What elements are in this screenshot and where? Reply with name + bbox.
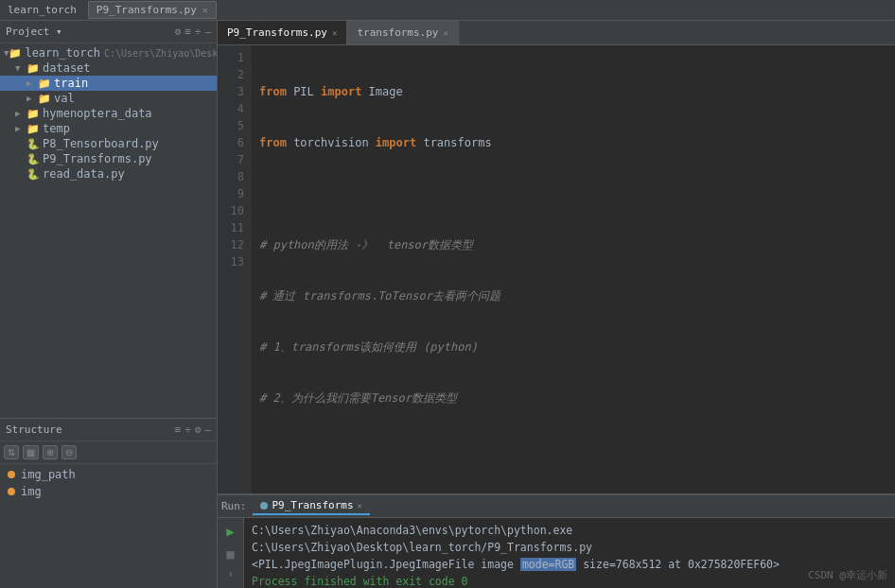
sidebar: Project ▾ ⚙ ≡ ÷ — ▼ 📁 learn_torch C:\Use… (0, 21, 218, 588)
run-output: C:\Users\Zhiyao\Anaconda3\envs\pytorch\p… (244, 518, 895, 588)
run-tab-close[interactable]: ✕ (358, 501, 362, 510)
run-cmd-line: C:\Users\Zhiyao\Anaconda3\envs\pytorch\p… (252, 522, 887, 556)
tree-path-root: C:\Users\Zhiyao\Desktop\learn_torch (104, 48, 217, 59)
line-8 (259, 441, 887, 458)
project-tree: ▼ 📁 learn_torch C:\Users\Zhiyao\Desktop\… (0, 43, 217, 418)
run-play-btn[interactable]: ▶ (224, 522, 236, 541)
line-3 (259, 185, 887, 202)
run-success-line: Process finished with exit code 0 (252, 573, 887, 588)
run-tab-label: P9_Transforms (272, 499, 354, 511)
struct-dot-imgpath (8, 471, 15, 478)
struct-dot-img (8, 488, 15, 495)
tree-label-root: learn_torch (25, 46, 99, 60)
filter-btn[interactable]: ▦ (23, 445, 39, 459)
tree-item-read[interactable]: 🐍 read_data.py (0, 166, 217, 182)
folder-icon-root: 📁 (9, 47, 22, 60)
tree-label-read: read_data.py (43, 167, 125, 181)
structure-settings-icon[interactable]: ⚙ (195, 424, 202, 436)
collapse-struct-btn[interactable]: ⊖ (61, 445, 77, 459)
tree-arrow-temp: ▶ (15, 124, 26, 133)
tree-label-train: train (54, 77, 88, 90)
run-tabs: Run: P9_Transforms ✕ (218, 495, 895, 518)
tree-label-dataset: dataset (43, 61, 91, 75)
structure-tree: img_path img (0, 464, 217, 588)
project-panel-label[interactable]: Project ▾ (6, 26, 62, 38)
tree-arrow-train: ▶ (26, 78, 38, 88)
tree-label-p9: P9_Transforms.py (43, 152, 152, 165)
tree-arrow-hymenoptera: ▶ (15, 109, 26, 118)
editor-area: P9_Transforms.py ✕ transforms.py ✕ 1 2 3… (218, 21, 895, 588)
line-1: from PIL import Image (259, 83, 887, 100)
project-panel-icons: ⚙ ≡ ÷ — (175, 26, 212, 38)
folder-icon-temp: 📁 (26, 123, 40, 135)
struct-label-img: img (21, 485, 42, 498)
tree-item-train[interactable]: ▶ 📁 train (0, 76, 217, 91)
structure-icons: ≡ ÷ ⚙ — (175, 424, 212, 436)
app-title: learn_torch (8, 4, 77, 16)
tree-item-dataset[interactable]: ▼ 📁 dataset (0, 61, 217, 76)
split-icon[interactable]: ÷ (195, 26, 202, 38)
title-bar: learn_torch P9_Transforms.py ✕ (0, 0, 895, 21)
line-2: from torchvision import transforms (259, 134, 887, 151)
py-icon-p8: 🐍 (26, 138, 40, 150)
code-content[interactable]: from PIL import Image from torchvision i… (252, 45, 895, 493)
list-icon[interactable]: ≡ (184, 26, 191, 38)
structure-toolbar: ⇅ ▦ ⊕ ⊖ (0, 441, 217, 464)
line-6: # 1、transforms该如何使用 (python) (259, 338, 887, 355)
structure-panel-header: Structure ≡ ÷ ⚙ — (0, 419, 217, 441)
tree-label-p8: P8_Tensorboard.py (43, 137, 159, 150)
code-editor[interactable]: 1 2 3 4 5 6 7 8 9 10 11 12 13 from PIL i… (218, 45, 895, 493)
tree-item-temp[interactable]: ▶ 📁 temp (0, 121, 217, 136)
tab-transforms-close[interactable]: ✕ (443, 28, 448, 38)
tab-p9-close[interactable]: ✕ (332, 28, 337, 38)
folder-icon-hymenoptera: 📁 (26, 108, 40, 120)
tab-p9transforms[interactable]: P9_Transforms.py ✕ (218, 21, 347, 44)
tree-item-val[interactable]: ▶ 📁 val (0, 91, 217, 106)
line-7: # 2、为什么我们需要Tensor数据类型 (259, 389, 887, 406)
tree-arrow-val: ▶ (26, 94, 38, 103)
folder-icon-train: 📁 (38, 78, 51, 90)
structure-panel: Structure ≡ ÷ ⚙ — ⇅ ▦ ⊕ ⊖ img_path (0, 418, 217, 588)
sort-az-btn[interactable]: ⇅ (4, 445, 19, 459)
structure-split-icon[interactable]: ÷ (184, 424, 191, 436)
run-label: Run: (221, 500, 247, 512)
tree-label-hymenoptera: hymenoptera_data (43, 107, 152, 120)
settings-icon[interactable]: ⚙ (175, 26, 182, 38)
tree-arrow-dataset: ▼ (15, 63, 26, 73)
tab-transforms[interactable]: transforms.py ✕ (347, 21, 459, 44)
struct-item-imgpath[interactable]: img_path (0, 466, 217, 483)
tree-label-temp: temp (43, 122, 70, 135)
structure-label: Structure (6, 424, 62, 436)
expand-btn[interactable]: ⊕ (43, 445, 58, 459)
folder-icon-val: 📁 (38, 93, 51, 105)
project-panel-header: Project ▾ ⚙ ≡ ÷ — (0, 21, 217, 43)
py-icon-p9: 🐍 (26, 153, 40, 165)
csdn-watermark: CSDN @幸运小新 (808, 567, 887, 584)
title-tab-file[interactable]: P9_Transforms.py ✕ (88, 1, 217, 19)
py-icon-read: 🐍 (26, 168, 40, 181)
tree-item-root[interactable]: ▼ 📁 learn_torch C:\Users\Zhiyao\Desktop\… (0, 45, 217, 61)
tree-item-p9[interactable]: 🐍 P9_Transforms.py (0, 151, 217, 166)
run-scroll-btn[interactable]: ⬇ (225, 567, 235, 581)
struct-item-img[interactable]: img (0, 483, 217, 500)
editor-tabs: P9_Transforms.py ✕ transforms.py ✕ (218, 21, 895, 45)
struct-label-imgpath: img_path (21, 468, 76, 481)
title-tab-close[interactable]: ✕ (202, 5, 208, 15)
run-content: ▶ ■ ⬇ ⊘ C:\Users\Zhiyao\Anaconda3\envs\p… (218, 518, 895, 588)
tab-p9-label: P9_Transforms.py (227, 26, 327, 39)
line-numbers: 1 2 3 4 5 6 7 8 9 10 11 12 13 (218, 45, 252, 493)
line-4: # python的用法 -》 tensor数据类型 (259, 236, 887, 253)
tree-item-hymenoptera[interactable]: ▶ 📁 hymenoptera_data (0, 106, 217, 121)
structure-collapse-icon[interactable]: — (204, 424, 211, 436)
structure-list-icon[interactable]: ≡ (175, 424, 182, 436)
run-tab-p9[interactable]: P9_Transforms ✕ (253, 497, 371, 515)
tree-label-val: val (54, 92, 75, 105)
run-stop-btn[interactable]: ■ (224, 545, 236, 563)
tree-item-p8[interactable]: 🐍 P8_Tensorboard.py (0, 136, 217, 151)
run-highlight-mode: mode=RGB (520, 558, 576, 571)
line-5: # 通过 transforms.ToTensor去看两个问题 (259, 287, 887, 304)
main-area: Project ▾ ⚙ ≡ ÷ — ▼ 📁 learn_torch C:\Use… (0, 21, 895, 588)
collapse-icon[interactable]: — (204, 26, 211, 38)
run-sidebar: ▶ ■ ⬇ ⊘ (218, 518, 244, 588)
run-dot (260, 502, 268, 510)
